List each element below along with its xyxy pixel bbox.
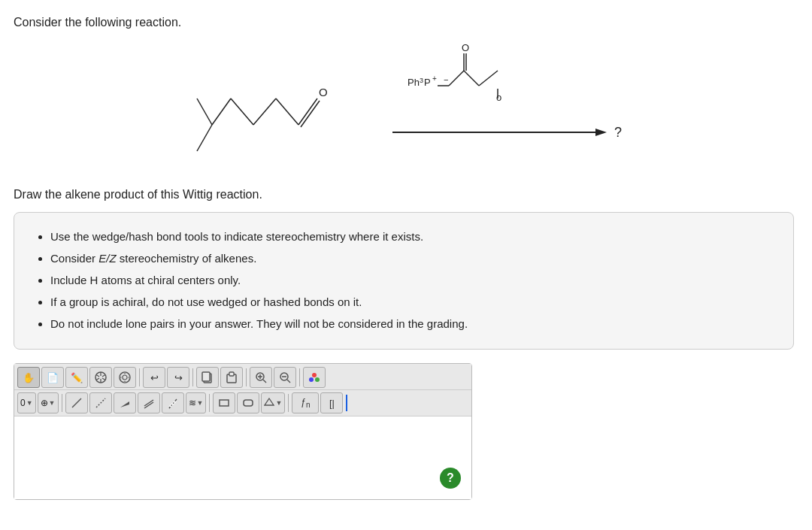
shape-dropdown-arrow: ▼ <box>275 399 282 407</box>
svg-text:Ph: Ph <box>408 77 420 88</box>
svg-line-48 <box>287 380 290 383</box>
bond-type-dropdown[interactable]: ≋ ▼ <box>186 392 207 413</box>
cursor-bar <box>346 395 347 411</box>
svg-point-50 <box>312 373 317 377</box>
new-document-button[interactable]: 📄 <box>41 367 64 388</box>
template-tool[interactable] <box>114 367 136 388</box>
svg-line-59 <box>170 401 176 407</box>
paste-button[interactable] <box>220 367 243 388</box>
svg-point-36 <box>124 381 126 383</box>
svg-point-34 <box>123 375 127 380</box>
svg-rect-61 <box>220 400 229 406</box>
bracket-label: [| <box>329 398 335 409</box>
eraser-tool[interactable]: ✏️ <box>65 367 88 388</box>
wedge-bond-button[interactable] <box>114 392 136 413</box>
color-button[interactable] <box>303 367 326 388</box>
charge-dropdown[interactable]: ⊕ ▼ <box>38 392 59 413</box>
svg-line-18 <box>464 71 479 86</box>
svg-point-52 <box>309 377 314 382</box>
svg-marker-63 <box>265 398 274 405</box>
bond-type-icon: ≋ <box>189 398 196 408</box>
instruction-2: Consider E/Z stereochemistry of alkenes. <box>50 248 775 268</box>
toolbar-row-1: ✋ 📄 ✏️ ↩ ↪ <box>14 364 471 390</box>
bracket-button[interactable]: [| <box>320 392 343 413</box>
drawing-canvas[interactable]: ? <box>14 416 471 499</box>
svg-line-14 <box>449 71 464 86</box>
zoom-out-button[interactable] <box>274 367 296 388</box>
toolbar-row-2: 0 ▼ ⊕ ▼ ≋ ▼ <box>14 390 471 416</box>
svg-point-51 <box>315 377 320 382</box>
instructions-box: Use the wedge/hash bond tools to indicat… <box>14 212 794 350</box>
svg-line-1 <box>197 125 212 151</box>
instruction-1: Use the wedge/hash bond tools to indicat… <box>50 226 775 247</box>
svg-line-4 <box>253 98 276 125</box>
svg-line-5 <box>276 98 298 125</box>
undo-button[interactable]: ↩ <box>143 367 165 388</box>
shape-dropdown[interactable]: ▼ <box>261 392 285 413</box>
svg-line-0 <box>197 98 212 125</box>
svg-line-53 <box>72 398 81 407</box>
svg-text:P: P <box>424 77 431 88</box>
reaction-diagram: O Ph 3 P + O − o ? <box>14 42 794 170</box>
charge-icon: ⊕ <box>41 398 48 408</box>
hashed-bond-button[interactable] <box>162 392 184 413</box>
svg-text:o: o <box>496 92 501 103</box>
ring-tool[interactable] <box>89 367 112 388</box>
formula-label: ƒn <box>301 397 310 409</box>
svg-line-3 <box>231 98 253 125</box>
svg-point-35 <box>124 372 126 374</box>
help-button[interactable]: ? <box>440 468 461 489</box>
charge-dropdown-arrow: ▼ <box>49 399 56 407</box>
svg-rect-62 <box>244 400 253 406</box>
double-bond-button[interactable] <box>138 392 160 413</box>
rounded-rect-button[interactable] <box>237 392 259 413</box>
svg-text:O: O <box>319 86 328 98</box>
svg-text:3: 3 <box>420 77 423 84</box>
svg-line-31 <box>96 378 99 380</box>
atom-dropdown[interactable]: 0 ▼ <box>17 392 36 413</box>
hand-tool[interactable]: ✋ <box>17 367 40 388</box>
instruction-3: Include H atoms at chiral centers only. <box>50 270 775 290</box>
svg-line-54 <box>96 398 105 407</box>
svg-line-2 <box>212 98 231 125</box>
draw-instruction: Draw the alkene product of this Wittig r… <box>14 188 794 201</box>
single-bond-button[interactable] <box>65 392 88 413</box>
svg-line-6 <box>298 98 317 125</box>
svg-text:?: ? <box>614 125 622 140</box>
rectangle-button[interactable] <box>213 392 235 413</box>
svg-rect-42 <box>229 372 234 376</box>
svg-rect-40 <box>202 372 210 381</box>
left-molecule: O <box>167 42 362 170</box>
svg-text:−: − <box>444 75 448 84</box>
svg-line-28 <box>102 375 105 377</box>
instructions-list: Use the wedge/hash bond tools to indicat… <box>32 226 775 334</box>
svg-line-7 <box>301 101 320 127</box>
instruction-4: If a group is achiral, do not use wedged… <box>50 292 775 312</box>
svg-line-19 <box>479 71 498 86</box>
atom-label: 0 <box>20 398 26 408</box>
atom-dropdown-arrow: ▼ <box>26 399 33 407</box>
formula-button[interactable]: ƒn <box>292 392 319 413</box>
svg-line-32 <box>96 375 99 377</box>
bond-type-arrow: ▼ <box>197 399 204 407</box>
question-title: Consider the following reaction. <box>14 14 794 32</box>
svg-marker-55 <box>120 401 129 407</box>
zoom-in-button[interactable] <box>250 367 272 388</box>
copy-button[interactable] <box>196 367 219 388</box>
svg-text:+: + <box>432 74 437 83</box>
dotted-bond-button[interactable] <box>89 392 112 413</box>
svg-text:O: O <box>462 42 469 53</box>
svg-point-38 <box>129 377 131 379</box>
svg-line-44 <box>263 380 266 383</box>
svg-marker-24 <box>595 129 607 136</box>
svg-line-29 <box>102 378 105 380</box>
svg-point-37 <box>120 377 122 379</box>
redo-button[interactable]: ↪ <box>167 367 189 388</box>
arrow-reagent: Ph 3 P + O − o ? <box>385 42 641 170</box>
instruction-5: Do not include lone pairs in your answer… <box>50 313 775 334</box>
drawing-toolbar: ✋ 📄 ✏️ ↩ ↪ 0 ▼ <box>14 363 472 500</box>
